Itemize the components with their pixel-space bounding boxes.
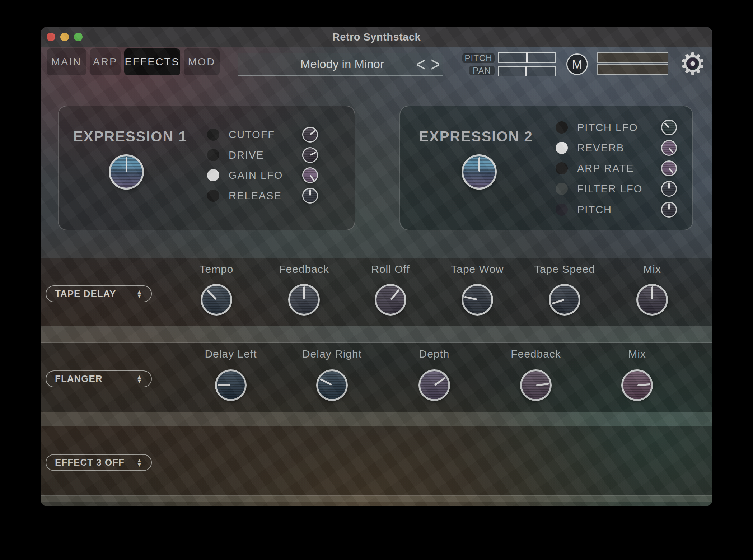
release-mini-knob[interactable] [302, 188, 318, 204]
selector-arrows-icon: ▲▼ [136, 290, 142, 298]
delay-right-knob[interactable] [316, 369, 348, 401]
radio-label: CUTOFF [229, 129, 275, 141]
tab-mod[interactable]: MOD [184, 48, 220, 75]
mix-knob-effect1[interactable] [636, 284, 668, 316]
flanger-feedback-knob[interactable] [520, 369, 552, 401]
expression2-panel: EXPRESSION 2 PITCH LFO REVERB ARP RATE F… [399, 106, 693, 230]
expression2-target-row: PITCH [556, 202, 612, 218]
effect1-selector-label: TAPE DELAY [55, 288, 116, 299]
knob-pointer [463, 156, 495, 188]
radio-release[interactable] [207, 190, 219, 202]
pitch-mini-knob[interactable] [661, 202, 677, 218]
pitch-slider[interactable] [498, 52, 556, 63]
reverb-mini-knob[interactable] [661, 140, 677, 156]
screen: Retro Synthstack MAIN ARP EFFECTS MOD Me… [0, 0, 753, 560]
expression1-target-row: CUTOFF [207, 127, 275, 143]
row-separator [41, 412, 712, 426]
knob-label: Delay Right [289, 348, 375, 360]
midi-button[interactable]: M [566, 53, 588, 75]
knob-label: Tempo [173, 263, 259, 275]
output-meter-bottom [597, 64, 668, 75]
knob-pointer [301, 166, 320, 185]
effect3-selector[interactable]: EFFECT 3 OFF ▲▼ [46, 454, 152, 471]
knob-label: Depth [391, 348, 477, 360]
knob-pointer [659, 118, 679, 137]
radio-gain-lfo[interactable] [207, 169, 219, 181]
filter-lfo-mini-knob[interactable] [661, 181, 677, 197]
radio-arp-rate[interactable] [556, 162, 568, 174]
tab-arp[interactable]: ARP [90, 48, 121, 75]
tempo-knob[interactable] [201, 284, 232, 316]
preset-name: Melody in Minor [238, 57, 414, 71]
drive-mini-knob[interactable] [302, 147, 318, 163]
knob-label: Mix [609, 263, 695, 275]
cutoff-mini-knob[interactable] [302, 127, 318, 143]
expression2-target-row: PITCH LFO [556, 120, 638, 135]
expression1-target-row: DRIVE [207, 147, 264, 163]
expression2-main-knob[interactable] [462, 154, 497, 190]
tab-bar: MAIN ARP EFFECTS MOD [47, 48, 220, 75]
knob-pointer [638, 286, 666, 314]
roll-off-knob[interactable] [375, 284, 406, 316]
preset-prev-button[interactable]: < [414, 51, 428, 78]
knob-pointer [217, 371, 245, 399]
pitch-label: PITCH [462, 53, 495, 63]
preset-next-button[interactable]: > [428, 51, 443, 78]
radio-reverb[interactable] [556, 142, 568, 154]
radio-filter-lfo[interactable] [556, 183, 568, 195]
selector-divider [153, 370, 153, 388]
radio-cutoff[interactable] [207, 129, 219, 141]
knob-pointer [111, 156, 142, 188]
selector-arrows-icon: ▲▼ [136, 375, 142, 383]
radio-pitch[interactable] [556, 204, 568, 216]
radio-pitch-lfo[interactable] [556, 121, 568, 134]
expression2-title: EXPRESSION 2 [418, 129, 533, 145]
effect2-selector-label: FLANGER [55, 373, 103, 384]
pan-label: PAN [469, 66, 495, 75]
knob-label: Tape Speed [522, 263, 608, 275]
tab-main[interactable]: MAIN [47, 48, 86, 75]
tape-wow-knob[interactable] [462, 284, 493, 316]
arp-rate-mini-knob[interactable] [661, 160, 677, 176]
depth-knob[interactable] [418, 369, 450, 401]
feedback-knob[interactable] [288, 284, 320, 316]
settings-gear-icon[interactable]: ⚙ [678, 49, 707, 79]
effect1-selector[interactable]: TAPE DELAY ▲▼ [46, 285, 152, 302]
knob-label: Feedback [261, 263, 347, 275]
tape-speed-knob[interactable] [549, 284, 580, 316]
knob-pointer [662, 182, 676, 196]
knob-pointer [290, 286, 318, 314]
bottom-separator [41, 495, 712, 502]
expression2-target-row: REVERB [556, 140, 624, 156]
radio-label: PITCH [577, 204, 612, 216]
expression1-main-knob[interactable] [109, 154, 144, 190]
titlebar: Retro Synthstack [41, 27, 712, 47]
delay-left-knob[interactable] [215, 369, 247, 401]
effect3-selector-label: EFFECT 3 OFF [55, 457, 125, 468]
radio-label: DRIVE [229, 149, 264, 161]
knob-label: Delay Left [188, 348, 274, 360]
radio-label: ARP RATE [577, 163, 634, 174]
pitch-slider-thumb [526, 52, 528, 63]
knob-pointer [622, 370, 653, 401]
output-meter-top [597, 52, 668, 63]
knob-label: Tape Wow [434, 263, 520, 275]
gain-lfo-mini-knob[interactable] [302, 167, 318, 183]
selector-divider [153, 453, 153, 472]
radio-label: REVERB [577, 142, 624, 154]
knob-pointer [461, 283, 494, 317]
mix-knob-effect2[interactable] [621, 369, 653, 401]
knob-pointer [659, 138, 679, 158]
row-separator [41, 326, 712, 343]
expression1-panel: EXPRESSION 1 CUTOFF DRIVE GAIN LFO RELEA… [58, 106, 355, 230]
knob-label: Roll Off [347, 263, 434, 275]
tab-effects[interactable]: EFFECTS [124, 48, 180, 75]
pitch-lfo-mini-knob[interactable] [661, 120, 677, 135]
preset-selector[interactable]: Melody in Minor < > [238, 53, 443, 76]
radio-drive[interactable] [207, 149, 219, 161]
expression2-target-row: FILTER LFO [556, 181, 642, 197]
pan-slider[interactable] [498, 66, 556, 76]
effect2-selector[interactable]: FLANGER ▲▼ [46, 370, 152, 387]
knob-pointer [300, 125, 320, 144]
radio-label: FILTER LFO [577, 183, 642, 195]
